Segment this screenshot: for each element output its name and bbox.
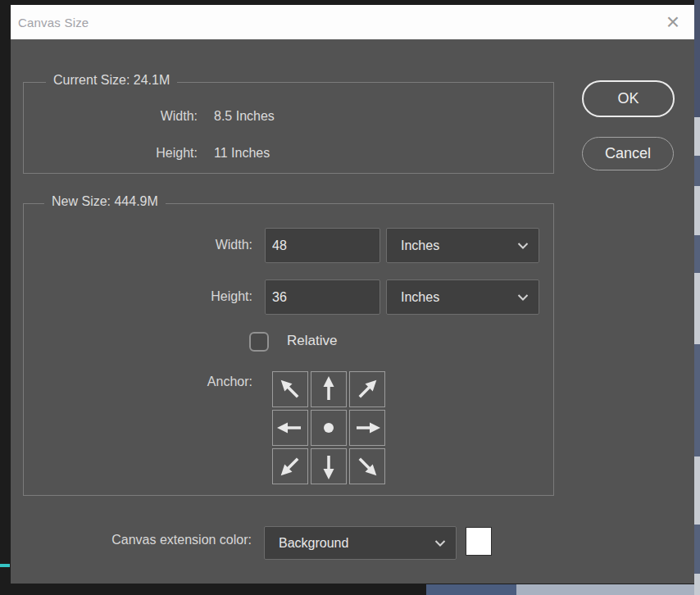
chevron-down-icon: [517, 293, 529, 301]
anchor-arrow-down-left-icon: [274, 450, 307, 483]
new-size-group: New Size: 444.9M Width: Inches Height: I…: [23, 203, 554, 496]
anchor-cell-bottom[interactable]: [311, 448, 347, 484]
close-icon[interactable]: ×: [655, 5, 691, 39]
current-height-label: Height:: [73, 146, 198, 161]
anchor-cell-top-right[interactable]: [349, 371, 385, 407]
anchor-arrow-right-icon: [351, 411, 384, 444]
current-width-label: Width:: [73, 109, 198, 124]
anchor-arrow-down-icon: [312, 450, 345, 483]
chevron-down-icon: [517, 242, 529, 249]
anchor-cell-bottom-right[interactable]: [349, 448, 385, 484]
current-size-legend: Current Size: 24.1M: [46, 73, 177, 88]
background-panel-segment: [694, 0, 700, 117]
background-taskbar-segment: [516, 584, 694, 595]
anchor-arrow-up-icon: [312, 373, 345, 406]
new-height-unit-select[interactable]: Inches: [386, 279, 539, 315]
new-width-label: Width:: [106, 238, 252, 252]
anchor-arrow-down-right-icon: [351, 450, 384, 483]
anchor-arrow-up-right-icon: [351, 373, 384, 406]
new-height-unit-value: Inches: [401, 290, 439, 305]
anchor-cell-right[interactable]: [349, 410, 385, 446]
anchor-label: Anchor:: [106, 375, 252, 389]
new-height-label: Height:: [106, 289, 252, 304]
ok-button[interactable]: OK: [582, 80, 675, 117]
anchor-cell-top[interactable]: [311, 371, 347, 407]
new-height-input[interactable]: [265, 279, 380, 315]
canvas-extension-color-select[interactable]: Background: [264, 526, 457, 560]
background-panel-segment: [694, 273, 700, 344]
cancel-button[interactable]: Cancel: [582, 137, 674, 170]
chevron-down-icon: [434, 539, 446, 547]
background-panel-segment: [694, 186, 700, 235]
relative-checkbox[interactable]: [249, 332, 269, 352]
dialog-title: Canvas Size: [18, 5, 89, 39]
current-width-value: 8.5 Inches: [214, 109, 275, 124]
screenshot-root: Canvas Size × Current Size: 24.1M Width:…: [0, 0, 700, 595]
new-size-legend: New Size: 444.9M: [44, 194, 166, 209]
relative-label[interactable]: Relative: [287, 333, 337, 349]
anchor-grid: [272, 371, 385, 484]
background-taskbar-segment: [426, 584, 516, 595]
current-size-group: Current Size: 24.1M Width: 8.5 Inches He…: [23, 82, 554, 174]
background-panel-segment: [694, 117, 700, 156]
anchor-cell-center[interactable]: [311, 410, 347, 446]
background-panel-segment: [694, 456, 700, 525]
current-height-value: 11 Inches: [214, 146, 270, 161]
anchor-cell-top-left[interactable]: [272, 371, 308, 407]
anchor-cell-left[interactable]: [272, 410, 308, 446]
background-panel-strip: [694, 0, 700, 595]
new-width-unit-value: Inches: [401, 238, 439, 253]
extension-color-swatch[interactable]: [466, 527, 492, 556]
anchor-arrow-up-left-icon: [274, 373, 307, 406]
anchor-center-dot-icon: [312, 411, 345, 444]
canvas-extension-color-label: Canvas extension color:: [25, 533, 252, 547]
canvas-size-dialog: Current Size: 24.1M Width: 8.5 Inches He…: [11, 39, 694, 584]
anchor-arrow-left-icon: [274, 411, 307, 444]
canvas-extension-color-value: Background: [279, 536, 348, 551]
new-width-unit-select[interactable]: Inches: [386, 228, 539, 263]
new-width-input[interactable]: [265, 228, 380, 263]
background-panel-segment: [694, 574, 700, 595]
background-ruler-tick: [0, 564, 10, 567]
dialog-titlebar: Canvas Size ×: [11, 5, 694, 39]
anchor-cell-bottom-left[interactable]: [272, 448, 308, 484]
